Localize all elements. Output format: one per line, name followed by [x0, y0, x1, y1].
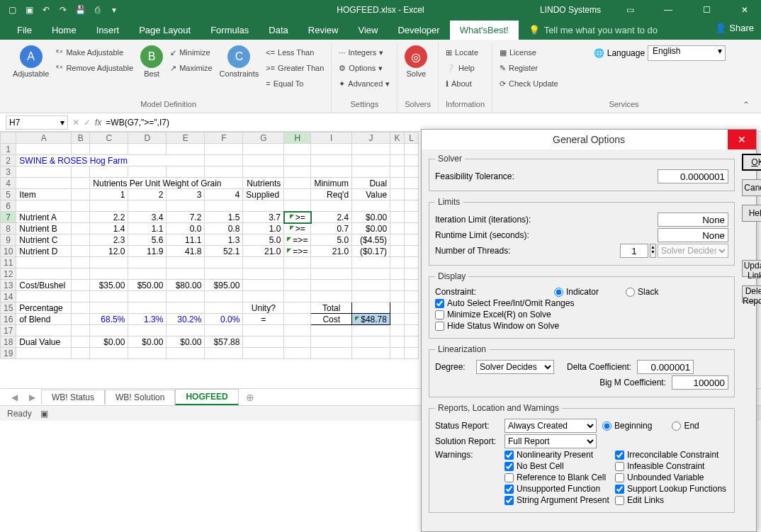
row-header[interactable]: 17 — [1, 325, 16, 336]
ok-button[interactable]: OK — [742, 154, 761, 171]
open-icon[interactable]: ▣ — [21, 2, 37, 18]
cell[interactable]: 1.5 — [205, 212, 243, 223]
tab-pagelayout[interactable]: Page Layout — [129, 21, 201, 40]
cell[interactable]: 5.0 — [311, 234, 352, 246]
cell[interactable]: $95.00 — [205, 280, 243, 291]
lessthan-button[interactable]: <=Less Than — [266, 45, 324, 60]
sheet-tab[interactable]: WB! Solution — [105, 390, 175, 404]
cell[interactable]: 1.3 — [205, 234, 243, 246]
cell[interactable]: of Blend — [16, 314, 72, 325]
cell[interactable]: 5.6 — [128, 234, 167, 246]
cell[interactable]: 0.7 — [311, 223, 352, 234]
warn-lookup-check[interactable]: Support Lookup Functions — [615, 484, 728, 494]
row-header[interactable]: 7 — [1, 212, 16, 223]
cell-selected[interactable]: >= — [284, 212, 311, 223]
row-header[interactable]: 19 — [1, 348, 16, 359]
row-header[interactable]: 8 — [1, 223, 16, 234]
warn-editlinks-check[interactable]: Edit Links — [615, 495, 728, 505]
col-header[interactable]: I — [311, 132, 352, 144]
slack-radio[interactable]: Slack — [626, 287, 658, 297]
options-menu[interactable]: ⚙Options▾ — [339, 61, 390, 75]
cell[interactable]: $0.00 — [90, 336, 128, 348]
cell[interactable]: $48.78 — [352, 314, 390, 325]
col-header[interactable]: B — [72, 132, 90, 144]
solve-button[interactable]: ◎Solve — [405, 45, 427, 78]
equalto-button[interactable]: =Equal To — [266, 77, 324, 91]
tab-insert[interactable]: Insert — [86, 21, 130, 40]
tab-view[interactable]: View — [348, 21, 388, 40]
row-header[interactable]: 12 — [1, 268, 16, 280]
cell[interactable]: 0.0% — [205, 314, 243, 325]
delete-reports-button[interactable]: Delete Reports — [742, 285, 761, 302]
cell[interactable]: $57.88 — [205, 336, 243, 348]
warn-unbound-check[interactable]: Unbounded Variable — [615, 472, 728, 482]
cell[interactable]: $0.00 — [128, 336, 167, 348]
cell[interactable]: 68.5% — [90, 314, 128, 325]
cell[interactable]: >= — [284, 223, 311, 234]
macro-record-icon[interactable]: ▣ — [40, 409, 48, 419]
spin-down-icon[interactable]: ▼ — [650, 249, 655, 254]
cell[interactable]: 5.0 — [243, 234, 284, 246]
warn-strarg-check[interactable]: String Argument Present — [504, 495, 611, 505]
cell[interactable]: 21.0 — [243, 246, 284, 257]
cell[interactable]: Item — [16, 189, 72, 200]
language-dropdown[interactable]: English▾ — [648, 45, 726, 61]
row-header[interactable]: 15 — [1, 302, 16, 314]
dialog-close-icon[interactable]: ✕ — [728, 130, 756, 149]
solution-report-select[interactable]: Full Report — [504, 434, 597, 448]
tell-me-search[interactable]: 💡Tell me what you want to do — [519, 21, 667, 40]
about-button[interactable]: ℹAbout — [446, 77, 478, 91]
maximize-icon[interactable]: ☐ — [690, 0, 723, 20]
row-header[interactable]: 1 — [1, 144, 16, 155]
cell[interactable]: 2 — [128, 189, 167, 200]
cell[interactable]: Total — [311, 302, 352, 314]
integers-menu[interactable]: ···Integers▾ — [339, 45, 390, 60]
degree-select[interactable]: Solver Decides — [476, 360, 554, 374]
row-header[interactable]: 14 — [1, 291, 16, 302]
col-header[interactable]: K — [390, 132, 405, 144]
indicator-radio[interactable]: Indicator — [554, 287, 599, 297]
cell[interactable]: 0.0 — [167, 223, 205, 234]
close-icon[interactable]: ✕ — [728, 0, 761, 20]
hide-status-check[interactable]: Hide Status Window on Solve — [435, 321, 728, 331]
spin-up-icon[interactable]: ▲ — [650, 244, 655, 249]
locate-button[interactable]: ⊞Locate — [446, 45, 478, 60]
cell[interactable]: Cost — [311, 314, 352, 325]
cell[interactable]: Nutrients — [243, 178, 284, 189]
cell[interactable]: 2.3 — [90, 234, 128, 246]
status-report-select[interactable]: Always Created — [504, 419, 597, 433]
col-header[interactable]: G — [243, 132, 284, 144]
cell[interactable]: 12.0 — [90, 246, 128, 257]
save-as-icon[interactable]: ⎙ — [89, 2, 105, 18]
cell[interactable]: $0.00 — [352, 212, 390, 223]
warn-unsup-check[interactable]: Unsupported Function — [504, 484, 611, 494]
cell[interactable]: Value — [352, 189, 390, 200]
ribbon-options-icon[interactable]: ▭ — [614, 0, 646, 20]
warn-irrec-check[interactable]: Irreconcilable Constraint — [615, 450, 728, 460]
undo-icon[interactable]: ↶ — [38, 2, 54, 18]
cell[interactable]: $0.00 — [167, 336, 205, 348]
cell[interactable]: 11.1 — [167, 234, 205, 246]
check-update-button[interactable]: ⟳Check Update — [500, 77, 558, 91]
name-box[interactable]: H7▾ — [6, 115, 68, 130]
cell[interactable]: $80.00 — [167, 280, 205, 291]
cell[interactable]: $35.00 — [90, 280, 128, 291]
threads-spinner[interactable] — [620, 244, 648, 258]
row-header[interactable]: 10 — [1, 246, 16, 257]
feasibility-input[interactable] — [658, 169, 728, 183]
end-radio[interactable]: End — [672, 421, 699, 431]
register-button[interactable]: ✎Register — [500, 61, 558, 75]
cell[interactable]: Minimum — [311, 178, 352, 189]
warn-refblank-check[interactable]: Reference to Blank Cell — [504, 472, 611, 482]
row-header[interactable]: 13 — [1, 280, 16, 291]
dialog-title-bar[interactable]: General Options ✕ — [422, 130, 756, 149]
cell[interactable]: 21.0 — [311, 246, 352, 257]
tab-developer[interactable]: Developer — [388, 21, 449, 40]
threads-mode-select[interactable]: Solver Decides — [658, 244, 728, 258]
tab-review[interactable]: Review — [298, 21, 349, 40]
cell[interactable]: SWINE & ROSES Hog Farm — [16, 155, 205, 166]
collapse-ribbon-icon[interactable]: ⌃ — [743, 100, 750, 110]
best-button[interactable]: BBest — [140, 45, 163, 78]
cell[interactable]: Nutrient C — [16, 234, 72, 246]
cell[interactable]: 1.1 — [128, 223, 167, 234]
